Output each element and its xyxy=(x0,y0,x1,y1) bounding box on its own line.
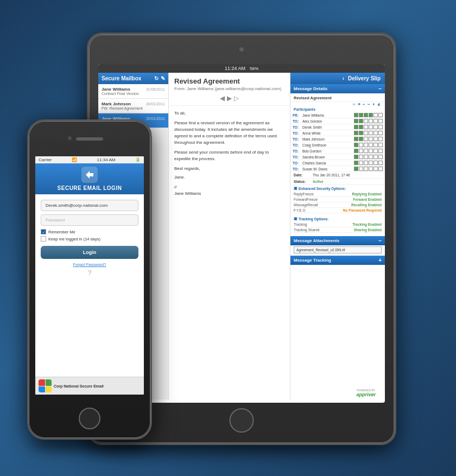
email-from: From: Jane Williams (jane.williams@corp-… xyxy=(174,86,284,91)
picon xyxy=(364,113,368,117)
sidebar-subject-0: Contract Final Version xyxy=(102,92,165,96)
message-subject: Revised Agreement xyxy=(290,94,385,102)
sidebar-date-2: 20/01/2011 xyxy=(146,117,165,120)
security-row-0: ReplyFreeze Replying Enabled xyxy=(294,192,382,197)
picon xyxy=(369,131,373,135)
message-tracking-toggle[interactable]: + xyxy=(378,257,382,263)
picon xyxy=(354,119,358,123)
email-header: Revised Agreement From: Jane Williams (j… xyxy=(169,73,290,106)
participant-name-0: Jane Williams xyxy=(302,113,353,117)
remember-me-checkbox[interactable]: ✓ xyxy=(41,229,46,234)
picon xyxy=(373,137,378,141)
compose-icon[interactable]: ✎ xyxy=(161,75,165,81)
phone-app-icon xyxy=(39,379,52,392)
help-icon[interactable]: ? xyxy=(41,269,138,277)
picon xyxy=(378,167,383,171)
picon xyxy=(369,155,373,159)
security-expand-icon[interactable]: ▣ xyxy=(294,186,297,191)
participant-role-4: TO: xyxy=(293,137,302,141)
picon xyxy=(378,137,383,141)
email-field[interactable]: Derek.smith@corp-national.com xyxy=(41,200,138,211)
phone-battery-icon: 🔋 xyxy=(135,157,141,162)
picon xyxy=(369,125,373,129)
phone-footer: Corp National Secure Email xyxy=(35,377,144,395)
phone-login-form: Derek.smith@corp-national.com Password ✓… xyxy=(35,194,144,282)
participant-icons-3 xyxy=(354,131,383,135)
sec-value-0: Replying Enabled xyxy=(352,192,382,196)
tracking-expand-icon[interactable]: ▣ xyxy=(294,217,297,221)
email-paragraph-2: Please send your comments before end of … xyxy=(174,149,284,162)
participant-name-7: Sandra Brown xyxy=(302,155,353,159)
picon xyxy=(359,143,363,147)
picon xyxy=(359,155,363,159)
picon xyxy=(378,155,383,159)
refresh-icon[interactable]: ↻ xyxy=(154,75,159,81)
sidebar-item-1[interactable]: Mark Johnson 20/01/2011 FW: Revised Agre… xyxy=(98,99,168,113)
picon xyxy=(359,131,363,135)
participant-role-1: TO: xyxy=(293,119,302,123)
remember-me-label: Remember Me xyxy=(48,230,75,234)
sec-label-0: ReplyFreeze xyxy=(294,192,314,196)
security-row-1: ForwardFreeze Forward Enabled xyxy=(294,197,382,202)
arrow-forward-icon[interactable]: ▶ xyxy=(227,94,232,102)
picon xyxy=(359,125,363,129)
status-label: Status: xyxy=(294,180,313,183)
picon xyxy=(359,119,363,123)
participant-role-8: TO: xyxy=(293,161,302,165)
status-value: Active xyxy=(313,180,324,183)
participant-row-6: TO: Bob Gordon xyxy=(290,148,385,154)
tracking-label-1: Tracking Shared xyxy=(294,228,319,232)
picon xyxy=(373,161,378,165)
participant-name-6: Bob Gordon xyxy=(302,149,353,153)
brand-app: app xyxy=(356,392,365,397)
email-body: To all, Please find a revised version of… xyxy=(169,106,290,399)
date-row: Date: Thu Jan 20 2011, 17:46 xyxy=(290,172,385,179)
tracking-label-0: Tracking xyxy=(294,223,307,226)
picon xyxy=(373,143,378,147)
participant-row-4: TO: Mark Johnson xyxy=(290,136,385,142)
participant-name-9: Susan W. Davis xyxy=(302,167,353,171)
icon-quadrant-3 xyxy=(39,386,45,393)
phone-app-title: SECURE EMAIL LOGIN xyxy=(40,185,140,191)
participant-icons-5 xyxy=(354,143,383,147)
arrow-back-icon[interactable]: ◀ xyxy=(220,94,225,102)
login-button[interactable]: Login xyxy=(41,246,138,259)
picon xyxy=(359,113,363,117)
forgot-password-link[interactable]: Forgot Password? xyxy=(41,262,138,267)
tablet-home-button[interactable] xyxy=(230,408,254,433)
picon xyxy=(369,113,373,117)
sec-value-1: Forward Enabled xyxy=(353,198,382,201)
picon xyxy=(359,167,363,171)
security-row-3: F.Y.E.O No Password Required xyxy=(294,208,382,213)
message-details-toggle[interactable]: − xyxy=(378,86,382,92)
brand-name: appriver xyxy=(356,392,376,397)
sidebar-item-0[interactable]: Jane Williams 31/08/2011 Contract Final … xyxy=(98,84,168,99)
picon xyxy=(354,161,358,165)
arrow-right-icon[interactable]: ▷ xyxy=(234,94,239,102)
participant-name-8: Charles Garcia xyxy=(302,161,353,165)
picon xyxy=(369,143,373,147)
picon xyxy=(359,137,363,141)
phone-speaker xyxy=(76,137,103,141)
attachments-toggle[interactable]: − xyxy=(378,238,382,244)
keep-logged-checkbox[interactable] xyxy=(41,236,46,242)
password-field[interactable]: Password xyxy=(41,214,138,226)
sidebar-subject-1: FW: Revised Agreement xyxy=(102,106,165,110)
sec-label-2: MessageRecall xyxy=(294,203,318,207)
participant-role-5: TO: xyxy=(293,143,302,147)
tracking-value-0: Tracking Enabled xyxy=(352,223,382,226)
tracking-row-0: Tracking Tracking Enabled xyxy=(294,222,382,227)
participant-icons-2 xyxy=(354,125,383,129)
phone-home-button[interactable] xyxy=(79,408,100,429)
attachment-file[interactable]: Agreement_Revised_v2.099.rtf xyxy=(294,246,382,253)
picon xyxy=(359,149,363,153)
participant-icons-8 xyxy=(354,161,383,165)
phone-app-header: SECURE EMAIL LOGIN xyxy=(35,163,144,194)
phone-status-bar: Carrier 📶 11:34 AM 🔋 xyxy=(35,156,144,163)
tablet-main: Revised Agreement From: Jane Williams (j… xyxy=(169,73,290,399)
security-row-2: MessageRecall Recalling Enabled xyxy=(294,202,382,208)
phone-carrier: Carrier xyxy=(39,157,52,162)
picon xyxy=(369,149,373,153)
message-details-header: Message Details − xyxy=(290,84,385,93)
keep-logged-label: Keep me logged in (14 days) xyxy=(48,237,100,242)
